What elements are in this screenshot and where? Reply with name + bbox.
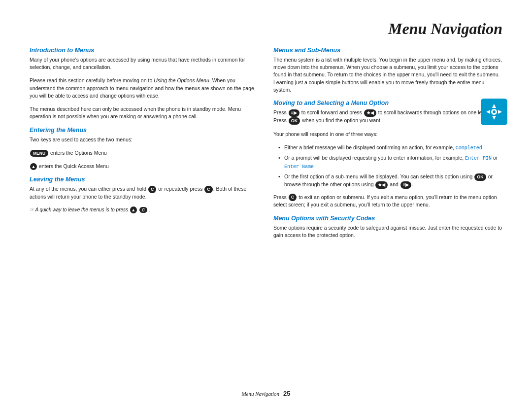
enter-pin-mono: Enter PIN bbox=[465, 156, 492, 161]
ok-key-1: OK bbox=[289, 117, 300, 125]
enter-name-mono: Enter Name bbox=[284, 164, 314, 170]
nav-icon-container bbox=[481, 99, 507, 125]
entering-intro: Two keys are used to access the two menu… bbox=[30, 136, 259, 143]
bullet-2: Or a prompt will be displayed requesting… bbox=[278, 154, 502, 171]
leaving-para: At any of the menus, you can either pres… bbox=[30, 185, 259, 201]
security-codes-title: Menu Options with Security Codes bbox=[273, 215, 502, 222]
section-moving-selecting: Moving to and Selecting a Menu Option bbox=[273, 100, 502, 209]
star-key-2: ★◀ bbox=[375, 181, 388, 189]
c-key-hold: C bbox=[148, 186, 157, 193]
svg-point-6 bbox=[493, 110, 496, 113]
up-key-note: ▲ bbox=[130, 206, 137, 213]
moving-para-1: Press #▶ to scroll forward and press ★◀ … bbox=[273, 109, 502, 124]
star-back-key: ★◀ bbox=[364, 109, 376, 117]
footer-chapter: Menu Navigation bbox=[241, 391, 279, 397]
ok-key-2: OK bbox=[474, 173, 486, 181]
c-key-exit: C bbox=[289, 194, 297, 201]
introduction-para-2: Please read this section carefully befor… bbox=[30, 77, 259, 100]
moving-bullets: Either a brief message will be displayed… bbox=[273, 144, 502, 189]
nav-icon bbox=[481, 99, 507, 125]
entering-title: Entering the Menus bbox=[30, 127, 259, 134]
bullet-3: Or the first option of a sub-menu will b… bbox=[278, 173, 502, 188]
entering-menu-key: MENU enters the Options Menu bbox=[30, 149, 259, 157]
moving-selecting-title: Moving to and Selecting a Menu Option bbox=[273, 100, 502, 106]
c-key-note: C bbox=[139, 207, 148, 213]
entering-up-key: ▲ enters the Quick Access Menu bbox=[30, 163, 259, 170]
footer-page-number: 25 bbox=[283, 390, 290, 397]
content-columns: Introduction to Menus Many of your phone… bbox=[30, 47, 502, 245]
leaving-title: Leaving the Menus bbox=[30, 176, 259, 183]
bullet-1: Either a brief message will be displayed… bbox=[278, 144, 502, 152]
left-column: Introduction to Menus Many of your phone… bbox=[30, 47, 259, 245]
section-menus-submenus: Menus and Sub-Menus The menu system is a… bbox=[273, 47, 502, 94]
section-introduction: Introduction to Menus Many of your phone… bbox=[30, 47, 259, 121]
section-entering: Entering the Menus Two keys are used to … bbox=[30, 127, 259, 171]
up-key-badge: ▲ bbox=[30, 163, 37, 170]
introduction-para-1: Many of your phone's options are accesse… bbox=[30, 56, 259, 71]
section-security-codes: Menu Options with Security Codes Some op… bbox=[273, 215, 502, 239]
up-key-label: enters the Quick Access Menu bbox=[39, 163, 109, 169]
introduction-para-3: The menus described here can only be acc… bbox=[30, 105, 259, 120]
introduction-title: Introduction to Menus bbox=[30, 47, 259, 54]
nav-icon-svg bbox=[483, 101, 505, 123]
c-key-repeat: C bbox=[204, 186, 213, 193]
leaving-note: ☞ A quick way to leave the menus is to p… bbox=[30, 206, 259, 213]
menus-submenus-para: The menu system is a list with multiple … bbox=[273, 56, 502, 94]
page: Menu Navigation Introduction to Menus Ma… bbox=[0, 0, 532, 411]
menu-key-badge: MENU bbox=[30, 150, 48, 157]
menus-submenus-title: Menus and Sub-Menus bbox=[273, 47, 502, 54]
moving-extra: Press C to exit an option or submenu. If… bbox=[273, 194, 502, 209]
menu-key-label: enters the Options Menu bbox=[50, 150, 107, 156]
completed-mono: Completed bbox=[456, 145, 482, 151]
moving-para-2: Your phone will respond in one of three … bbox=[273, 131, 502, 138]
hash-key-2: #▶ bbox=[400, 181, 411, 189]
right-column: Menus and Sub-Menus The menu system is a… bbox=[273, 47, 502, 245]
hash-forward-key: #▶ bbox=[289, 109, 299, 117]
footer: Menu Navigation 25 bbox=[0, 390, 532, 397]
security-codes-para: Some options require a security code to … bbox=[273, 224, 502, 239]
page-title: Menu Navigation bbox=[30, 20, 502, 38]
section-leaving: Leaving the Menus At any of the menus, y… bbox=[30, 176, 259, 213]
